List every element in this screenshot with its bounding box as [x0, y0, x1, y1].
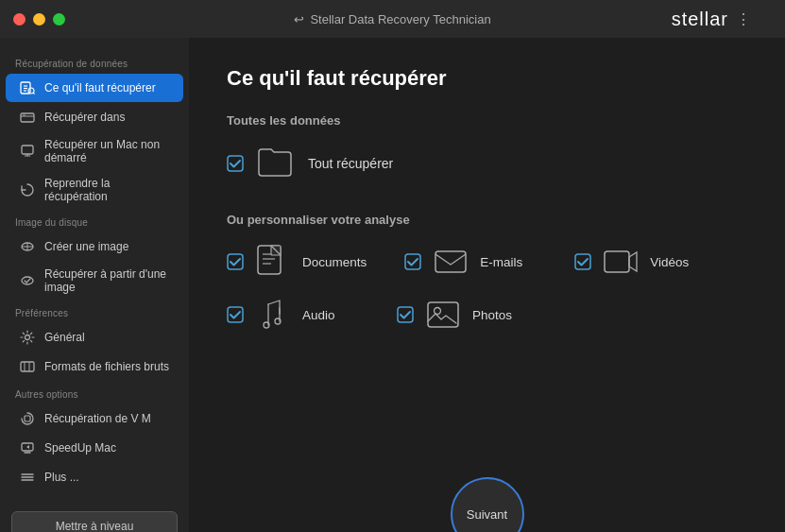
speedup-mac-icon — [19, 439, 36, 456]
sidebar-item-create-image-label: Créer une image — [44, 240, 128, 253]
brand-name: stellar — [672, 9, 728, 30]
sidebar-item-recover-to[interactable]: Récupérer dans — [6, 103, 183, 131]
file-types-grid: Documents — [227, 244, 747, 333]
sidebar-item-general[interactable]: Général — [6, 323, 183, 352]
documents-checkbox[interactable] — [227, 253, 244, 270]
recover-from-image-icon — [19, 272, 36, 289]
photos-checkbox[interactable] — [397, 306, 414, 323]
sidebar-item-raw-formats-label: Formats de fichiers bruts — [44, 360, 169, 373]
next-button-area: Suivant — [189, 475, 785, 532]
file-type-videos: Vidéos — [574, 244, 707, 280]
recover-all-row: Tout récupérer — [227, 141, 747, 186]
back-arrow-icon: ↩ — [294, 12, 304, 26]
titlebar-logo: stellar ⋮ — [672, 9, 751, 30]
vm-recovery-icon — [19, 410, 36, 427]
sidebar-item-what-to-recover-label: Ce qu'il faut récupérer — [44, 81, 156, 94]
file-type-photos: Photos — [397, 297, 529, 333]
page-title: Ce qu'il faut récupérer — [227, 66, 747, 91]
sidebar-item-what-to-recover[interactable]: Ce qu'il faut récupérer — [6, 74, 183, 102]
minimize-button[interactable] — [33, 13, 45, 26]
svg-rect-14 — [21, 362, 34, 371]
svg-rect-38 — [428, 302, 458, 327]
sidebar: Récupération de données Ce qu'il faut ré… — [0, 38, 189, 532]
sidebar-section-other: Autres options — [0, 382, 189, 403]
app-title: Stellar Data Recovery Technician — [310, 12, 490, 26]
sidebar-item-vm-recovery[interactable]: Récupération de V M — [6, 404, 183, 433]
customize-section-label: Ou personnaliser votre analyse — [227, 213, 747, 227]
sidebar-section-disk-image: Image du disque — [0, 210, 189, 232]
titlebar-text: ↩ Stellar Data Recovery Technician — [294, 12, 490, 26]
menu-icon[interactable]: ⋮ — [736, 10, 751, 28]
sidebar-item-resume[interactable]: Reprendre la récupération — [6, 171, 183, 209]
raw-formats-icon — [19, 358, 36, 375]
svg-rect-8 — [22, 146, 33, 154]
create-image-icon — [19, 238, 36, 255]
file-types-row-1: Documents — [227, 244, 747, 280]
svg-rect-17 — [25, 416, 30, 421]
recover-to-icon — [19, 109, 36, 126]
maximize-button[interactable] — [53, 13, 65, 26]
sidebar-item-recover-from-image[interactable]: Récupérer à partir d'une image — [6, 262, 183, 300]
sidebar-item-speedup-mac[interactable]: SpeedUp Mac — [6, 434, 183, 462]
photos-label: Photos — [472, 308, 512, 322]
sidebar-item-recover-from-image-label: Récupérer à partir d'une image — [44, 267, 170, 294]
svg-rect-33 — [605, 251, 629, 272]
sidebar-item-more[interactable]: Plus ... — [6, 463, 183, 491]
sidebar-section-recovery: Récupération de données — [0, 51, 189, 73]
sidebar-section-preferences: Préférences — [0, 300, 189, 322]
file-type-audio: Audio — [227, 297, 359, 333]
svg-point-12 — [22, 277, 33, 284]
emails-checkbox[interactable] — [404, 253, 421, 270]
svg-rect-6 — [21, 113, 34, 122]
sidebar-item-more-label: Plus ... — [44, 471, 79, 484]
main-layout: Récupération de données Ce qu'il faut ré… — [0, 38, 785, 532]
sidebar-item-create-image[interactable]: Créer une image — [6, 232, 183, 261]
close-button[interactable] — [13, 13, 26, 26]
resume-icon — [19, 181, 36, 198]
sidebar-item-unstarted-mac[interactable]: Récupérer un Mac non démarré — [6, 132, 183, 170]
photos-icon — [425, 297, 461, 333]
documents-label: Documents — [302, 255, 367, 269]
svg-rect-7 — [23, 115, 26, 116]
videos-checkbox[interactable] — [574, 253, 591, 270]
emails-icon — [433, 244, 469, 280]
traffic-lights — [13, 13, 65, 26]
svg-point-13 — [26, 335, 30, 340]
sidebar-item-unstarted-mac-label: Récupérer un Mac non démarré — [44, 138, 170, 164]
file-types-row-2: Audio — [227, 297, 747, 333]
more-icon — [19, 469, 36, 486]
svg-rect-31 — [435, 251, 466, 272]
videos-label: Vidéos — [650, 255, 689, 269]
emails-label: E-mails — [480, 255, 522, 269]
audio-label: Audio — [302, 308, 335, 322]
unstarted-mac-icon — [19, 143, 36, 160]
sidebar-item-speedup-mac-label: SpeedUp Mac — [44, 441, 116, 455]
sidebar-item-raw-formats[interactable]: Formats de fichiers bruts — [6, 352, 183, 381]
folder-icon — [257, 145, 295, 182]
all-data-section-label: Toutes les données — [227, 113, 747, 128]
videos-icon — [603, 244, 639, 280]
what-to-recover-icon — [19, 79, 36, 96]
audio-checkbox[interactable] — [227, 306, 244, 323]
content-area: Ce qu'il faut récupérer Toutes les donné… — [189, 38, 785, 475]
sidebar-item-resume-label: Reprendre la récupération — [44, 177, 170, 203]
documents-icon — [255, 244, 291, 280]
svg-point-39 — [435, 308, 441, 315]
sidebar-item-vm-recovery-label: Récupération de V M — [44, 412, 151, 425]
general-icon — [19, 329, 36, 346]
next-button[interactable]: Suivant — [451, 477, 524, 532]
sidebar-item-general-label: Général — [44, 331, 85, 344]
file-type-documents: Documents — [227, 244, 367, 280]
svg-line-5 — [33, 93, 34, 94]
titlebar: ↩ Stellar Data Recovery Technician stell… — [0, 0, 785, 38]
svg-point-4 — [28, 88, 34, 94]
upgrade-button[interactable]: Mettre à niveau — [11, 511, 178, 532]
recover-all-checkbox[interactable] — [227, 155, 244, 172]
file-type-emails: E-mails — [404, 244, 537, 280]
sidebar-item-recover-to-label: Récupérer dans — [44, 111, 125, 124]
recover-all-label: Tout récupérer — [308, 156, 393, 171]
audio-icon — [255, 297, 291, 333]
